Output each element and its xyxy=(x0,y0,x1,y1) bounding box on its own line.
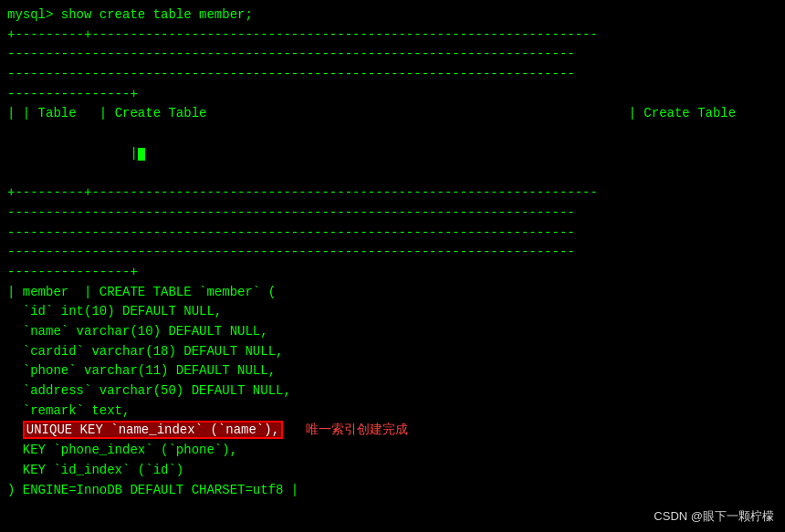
cursor xyxy=(138,148,145,161)
create-table-start: | member | CREATE TABLE `member` ( xyxy=(7,283,778,303)
key-phone: KEY `phone_index` (`phone`), xyxy=(7,441,778,461)
key-id: KEY `id_index` (`id`) xyxy=(7,461,778,481)
terminal-window: mysql> show create table member; +------… xyxy=(0,0,785,532)
field-name: `name` varchar(10) DEFAULT NULL, xyxy=(7,322,778,342)
table-header-line: | | Table | Create Table | Create Table xyxy=(7,104,778,124)
separator-line: ----------------------------------------… xyxy=(7,65,778,85)
blank-line xyxy=(7,124,778,144)
blank-line xyxy=(7,164,778,184)
field-remark: `remark` text, xyxy=(7,402,778,422)
unique-key-highlight: UNIQUE KEY `name_index` (`name`), xyxy=(23,421,283,439)
separator-line: ----------------+ xyxy=(7,263,778,283)
field-address: `address` varchar(50) DEFAULT NULL, xyxy=(7,381,778,402)
command-line: mysql> show create table member; xyxy=(7,5,778,26)
separator-line: +---------+-----------------------------… xyxy=(7,26,778,46)
field-id: `id` int(10) DEFAULT NULL, xyxy=(7,302,778,322)
separator-line: ----------------------------------------… xyxy=(7,45,778,65)
field-cardid: `cardid` varchar(18) DEFAULT NULL, xyxy=(7,342,778,362)
annotation-text: 唯一索引创建完成 xyxy=(283,422,408,437)
blank-line-with-cursor: | xyxy=(7,144,778,164)
unique-key-line: UNIQUE KEY `name_index` (`name`), 唯一索引创建… xyxy=(7,421,778,441)
separator-line: ----------------------------------------… xyxy=(7,203,778,224)
field-phone: `phone` varchar(11) DEFAULT NULL, xyxy=(7,361,778,381)
separator-line: +---------+-----------------------------… xyxy=(7,183,778,203)
watermark: CSDN @眼下一颗柠檬 xyxy=(654,508,774,525)
engine-line: ) ENGINE=InnoDB DEFAULT CHARSET=utf8 | xyxy=(7,481,778,501)
separator-line: ----------------+ xyxy=(7,85,778,105)
col-table-label: | Table | Create Table xyxy=(23,106,606,120)
separator-line: ----------------------------------------… xyxy=(7,243,778,263)
separator-line: ----------------------------------------… xyxy=(7,224,778,244)
